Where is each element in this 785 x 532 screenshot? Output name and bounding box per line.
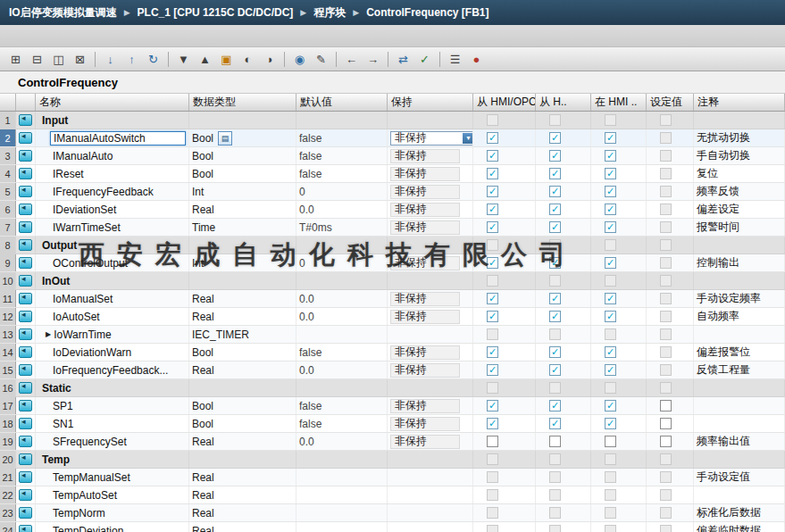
retain-cell[interactable]: 非保持 — [388, 308, 473, 325]
comment-cell[interactable]: 复位 — [694, 165, 785, 182]
hmi-from-checkbox[interactable]: ✓ — [549, 221, 561, 233]
monitor-icon[interactable]: ◉ — [289, 49, 310, 69]
retain-select[interactable]: 非保持 — [390, 203, 460, 217]
name-cell[interactable]: SFrequencySet — [36, 433, 189, 450]
row-number[interactable]: 6 — [0, 201, 16, 218]
hmi-opc-checkbox[interactable]: ✓ — [487, 346, 498, 358]
dropdown-arrow-icon[interactable]: ▼ — [463, 133, 473, 144]
hmi-visible-checkbox[interactable]: ✓ — [605, 132, 616, 144]
comment-cell[interactable]: 无扰动切换 — [694, 129, 785, 146]
name-cell[interactable]: IoDeviationWarn — [36, 344, 189, 361]
comment-cell[interactable] — [694, 379, 785, 396]
comment-cell[interactable]: 手动设定值 — [694, 469, 785, 486]
data-type-cell[interactable] — [189, 237, 296, 254]
comment-cell[interactable]: 标准化后数据 — [694, 504, 785, 521]
add-row-icon[interactable]: ⊟ — [27, 49, 47, 69]
delete-row-icon[interactable]: ⊠ — [70, 49, 90, 69]
retain-cell[interactable] — [388, 379, 473, 396]
data-type-cell[interactable]: Real — [189, 469, 296, 486]
default-value-cell[interactable] — [296, 451, 388, 468]
data-type-cell[interactable] — [189, 379, 296, 396]
data-type-cell[interactable]: Bool — [189, 344, 296, 361]
retain-select[interactable]: 非保持 — [390, 185, 460, 199]
setpoint-checkbox[interactable] — [660, 400, 672, 411]
hmi-visible-checkbox[interactable]: ✓ — [605, 293, 616, 304]
name-cell[interactable]: IFrequencyFeedback — [36, 183, 189, 200]
retain-cell[interactable] — [388, 486, 473, 503]
row-number[interactable]: 18 — [0, 415, 16, 432]
import-icon[interactable]: ↓ — [100, 49, 121, 69]
default-value-cell[interactable] — [296, 486, 388, 503]
row-number[interactable]: 10 — [0, 272, 16, 289]
retain-select[interactable]: 非保持 — [390, 220, 460, 235]
retain-cell[interactable] — [388, 272, 473, 289]
retain-cell[interactable]: 非保持 — [388, 415, 473, 432]
hmi-visible-checkbox[interactable]: ✓ — [605, 221, 616, 233]
hmi-opc-checkbox[interactable]: ✓ — [487, 132, 498, 144]
expand-arrow-icon[interactable]: ▶ — [46, 330, 51, 338]
default-value-cell[interactable]: false — [296, 397, 388, 414]
retain-select[interactable]: 非保持▼ — [390, 131, 473, 145]
name-cell[interactable]: IoManualSet — [36, 290, 189, 307]
name-cell[interactable]: TempManualSet — [36, 469, 189, 486]
hmi-visible-checkbox[interactable]: ✓ — [605, 418, 616, 429]
data-type-cell[interactable]: Real — [189, 290, 296, 307]
hmi-visible-checkbox[interactable]: ✓ — [605, 168, 616, 179]
hmi-opc-checkbox[interactable]: ✓ — [487, 150, 498, 162]
name-cell[interactable]: IWarnTimeSet — [36, 219, 189, 236]
setpoint-checkbox[interactable] — [660, 418, 672, 429]
header-name[interactable]: 名称 — [36, 94, 189, 111]
row-number[interactable]: 19 — [0, 433, 16, 450]
copy-row-icon[interactable]: ◫ — [48, 49, 69, 69]
hmi-from-checkbox[interactable]: ✓ — [549, 186, 561, 197]
hmi-opc-checkbox[interactable]: ✓ — [487, 311, 498, 322]
default-value-cell[interactable]: false — [296, 344, 388, 361]
retain-select[interactable]: 非保持 — [390, 417, 460, 431]
name-cell[interactable]: Static — [36, 379, 189, 396]
retain-select[interactable]: 非保持 — [390, 310, 460, 324]
hmi-opc-checkbox[interactable] — [487, 436, 498, 447]
row-number[interactable]: 7 — [0, 219, 16, 236]
setpoint-checkbox[interactable] — [660, 436, 672, 447]
data-type-cell[interactable] — [189, 451, 296, 468]
comment-cell[interactable]: 偏差临时数据 — [694, 522, 785, 532]
hmi-from-checkbox[interactable]: ✓ — [549, 132, 561, 144]
hmi-from-checkbox[interactable]: ✓ — [549, 400, 561, 411]
row-number[interactable]: 2 — [0, 129, 16, 146]
comment-cell[interactable] — [694, 486, 785, 503]
row-number[interactable]: 1 — [0, 112, 16, 129]
comment-cell[interactable] — [694, 112, 785, 129]
default-value-cell[interactable]: 0 — [296, 254, 388, 271]
hmi-from-checkbox[interactable]: ✓ — [549, 364, 561, 376]
hmi-visible-checkbox[interactable]: ✓ — [605, 150, 616, 162]
retain-cell[interactable]: 非保持 — [388, 397, 473, 414]
row-number[interactable]: 3 — [0, 147, 16, 164]
retain-select[interactable]: 非保持 — [390, 292, 460, 306]
comment-cell[interactable]: 自动频率 — [694, 308, 785, 325]
retain-cell[interactable]: 非保持 — [388, 219, 473, 236]
name-cell[interactable]: Output — [36, 237, 189, 254]
retain-cell[interactable]: 非保持 — [388, 165, 473, 182]
retain-cell[interactable] — [388, 504, 473, 521]
data-type-cell[interactable] — [189, 272, 296, 289]
data-type-cell[interactable]: Real — [189, 486, 296, 503]
comment-cell[interactable]: 频率输出值 — [694, 433, 785, 450]
retain-select[interactable]: 非保持 — [390, 167, 460, 181]
retain-cell[interactable] — [388, 522, 473, 532]
retain-cell[interactable]: 非保持 — [388, 362, 473, 378]
retain-cell[interactable]: 非保持 — [388, 290, 473, 307]
header-retain[interactable]: 保持 — [388, 94, 473, 111]
hmi-from-checkbox[interactable]: ✓ — [549, 418, 561, 429]
hmi-from-checkbox[interactable] — [549, 436, 561, 447]
default-value-cell[interactable]: 0.0 — [296, 308, 388, 325]
hmi-visible-checkbox[interactable]: ✓ — [605, 186, 616, 197]
hmi-opc-checkbox[interactable]: ✓ — [487, 186, 498, 197]
default-value-cell[interactable]: 0.0 — [296, 290, 388, 307]
retain-select[interactable]: 非保持 — [390, 435, 460, 449]
default-value-cell[interactable] — [296, 272, 388, 289]
retain-cell[interactable]: 非保持 — [388, 201, 473, 218]
hmi-from-checkbox[interactable]: ✓ — [549, 204, 561, 215]
comment-cell[interactable]: 手动设定频率 — [694, 290, 785, 307]
data-type-cell[interactable]: Real — [189, 308, 296, 325]
row-number[interactable]: 11 — [0, 290, 16, 307]
